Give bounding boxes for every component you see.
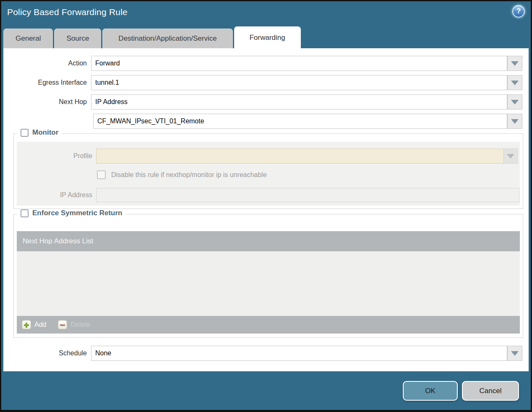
monitor-legend-label: Monitor bbox=[32, 128, 58, 137]
schedule-field[interactable]: None bbox=[91, 346, 507, 361]
action-label: Action bbox=[3, 56, 87, 71]
monitor-section: Monitor Profile Disable this rule if nex… bbox=[13, 133, 523, 209]
tab-general[interactable]: General bbox=[3, 29, 53, 48]
egress-interface-row: Egress Interface tunnel.1 bbox=[3, 75, 529, 90]
tab-forwarding[interactable]: Forwarding bbox=[234, 26, 301, 48]
add-button[interactable]: Add bbox=[22, 320, 46, 329]
delete-button: Delete bbox=[58, 320, 90, 329]
chevron-down-icon bbox=[511, 81, 519, 85]
next-hop-label: Next Hop bbox=[3, 94, 87, 110]
profile-dropdown-button bbox=[504, 149, 518, 164]
monitor-ip-address-field bbox=[96, 188, 519, 202]
delete-button-label: Delete bbox=[70, 321, 90, 329]
chevron-down-icon bbox=[511, 61, 519, 66]
profile-field bbox=[96, 149, 504, 164]
plus-icon bbox=[22, 320, 31, 329]
profile-row: Profile bbox=[14, 149, 523, 164]
chevron-down-icon bbox=[507, 154, 514, 159]
next-hop-address-dropdown-button[interactable] bbox=[507, 114, 522, 129]
chevron-down-icon bbox=[511, 100, 519, 104]
monitor-checkbox[interactable] bbox=[21, 129, 29, 137]
tab-source[interactable]: Source bbox=[54, 29, 101, 48]
enforce-symmetric-return-section: Enforce Symmetric Return Next Hop Addres… bbox=[13, 214, 523, 338]
next-hop-address-list-table: Next Hop Address List Add Delete bbox=[17, 231, 520, 334]
chevron-down-icon bbox=[511, 351, 519, 356]
next-hop-address-list-toolbar: Add Delete bbox=[17, 316, 520, 334]
next-hop-address-list-header: Next Hop Address List bbox=[17, 231, 520, 251]
cancel-button[interactable]: Cancel bbox=[462, 381, 519, 401]
next-hop-type-field[interactable]: IP Address bbox=[91, 94, 507, 110]
action-row: Action Forward bbox=[3, 56, 529, 71]
next-hop-row: Next Hop IP Address bbox=[3, 94, 529, 110]
monitor-legend: Monitor bbox=[17, 128, 62, 137]
monitor-ip-address-label: IP Address bbox=[14, 188, 92, 202]
help-icon[interactable]: ? bbox=[512, 5, 525, 18]
ok-button[interactable]: OK bbox=[403, 381, 458, 401]
tab-destination-application-service[interactable]: Destination/Application/Service bbox=[102, 29, 232, 48]
disable-rule-row: Disable this rule if nexthop/monitor ip … bbox=[14, 170, 523, 180]
chevron-down-icon bbox=[511, 119, 519, 124]
action-field[interactable]: Forward bbox=[91, 56, 507, 71]
tab-bar: General Source Destination/Application/S… bbox=[3, 26, 301, 48]
next-hop-address-row: CF_MWAN_IPsec_VTI_01_Remote bbox=[3, 114, 529, 129]
action-dropdown-button[interactable] bbox=[507, 56, 522, 71]
schedule-dropdown-button[interactable] bbox=[507, 346, 522, 361]
disable-rule-checkbox bbox=[97, 170, 106, 179]
enforce-symmetric-return-checkbox[interactable] bbox=[21, 209, 29, 217]
enforce-symmetric-return-legend: Enforce Symmetric Return bbox=[17, 209, 125, 217]
profile-label: Profile bbox=[14, 149, 92, 164]
enforce-symmetric-return-legend-label: Enforce Symmetric Return bbox=[32, 209, 122, 217]
forwarding-tab-panel: Action Forward Egress Interface tunnel.1… bbox=[3, 48, 529, 371]
policy-based-forwarding-dialog: Policy Based Forwarding Rule ? General S… bbox=[0, 0, 532, 412]
egress-interface-dropdown-button[interactable] bbox=[507, 75, 522, 90]
egress-interface-field[interactable]: tunnel.1 bbox=[91, 75, 507, 90]
monitor-ip-address-row: IP Address bbox=[14, 188, 523, 202]
egress-interface-label: Egress Interface bbox=[3, 75, 87, 90]
next-hop-address-field[interactable]: CF_MWAN_IPsec_VTI_01_Remote bbox=[93, 114, 507, 129]
disable-rule-label: Disable this rule if nexthop/monitor ip … bbox=[111, 170, 267, 180]
next-hop-type-dropdown-button[interactable] bbox=[507, 94, 522, 110]
dialog-title: Policy Based Forwarding Rule bbox=[7, 7, 128, 17]
schedule-label: Schedule bbox=[3, 346, 87, 361]
next-hop-address-list-body bbox=[17, 251, 520, 316]
minus-icon bbox=[58, 320, 67, 329]
schedule-row: Schedule None bbox=[3, 346, 529, 361]
add-button-label: Add bbox=[34, 321, 46, 329]
